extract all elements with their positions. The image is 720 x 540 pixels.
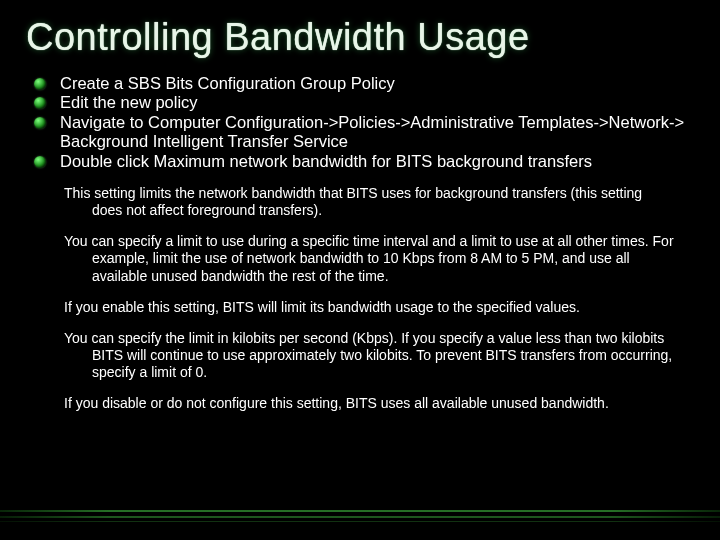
paragraph: You can specify the limit in kilobits pe… <box>64 330 674 381</box>
accent-line <box>0 516 720 518</box>
list-item: Edit the new policy <box>34 93 694 112</box>
accent-line <box>0 521 720 522</box>
body-text: This setting limits the network bandwidt… <box>64 185 674 412</box>
accent-line <box>0 510 720 512</box>
bullet-list: Create a SBS Bits Configuration Group Po… <box>34 74 694 171</box>
paragraph: If you disable or do not configure this … <box>64 395 674 412</box>
bullet-text: Double click Maximum network bandwidth f… <box>60 152 592 170</box>
slide: Controlling Bandwidth Usage Create a SBS… <box>0 0 720 540</box>
paragraph: You can specify a limit to use during a … <box>64 233 674 284</box>
paragraph: This setting limits the network bandwidt… <box>64 185 674 219</box>
bullet-text: Navigate to Computer Configuration->Poli… <box>60 113 684 150</box>
list-item: Navigate to Computer Configuration->Poli… <box>34 113 694 152</box>
list-item: Double click Maximum network bandwidth f… <box>34 152 694 171</box>
bullet-text: Edit the new policy <box>60 93 198 111</box>
bottom-accent-bar <box>0 508 720 522</box>
paragraph: If you enable this setting, BITS will li… <box>64 299 674 316</box>
bullet-text: Create a SBS Bits Configuration Group Po… <box>60 74 395 92</box>
slide-title: Controlling Bandwidth Usage <box>26 18 694 58</box>
list-item: Create a SBS Bits Configuration Group Po… <box>34 74 694 93</box>
